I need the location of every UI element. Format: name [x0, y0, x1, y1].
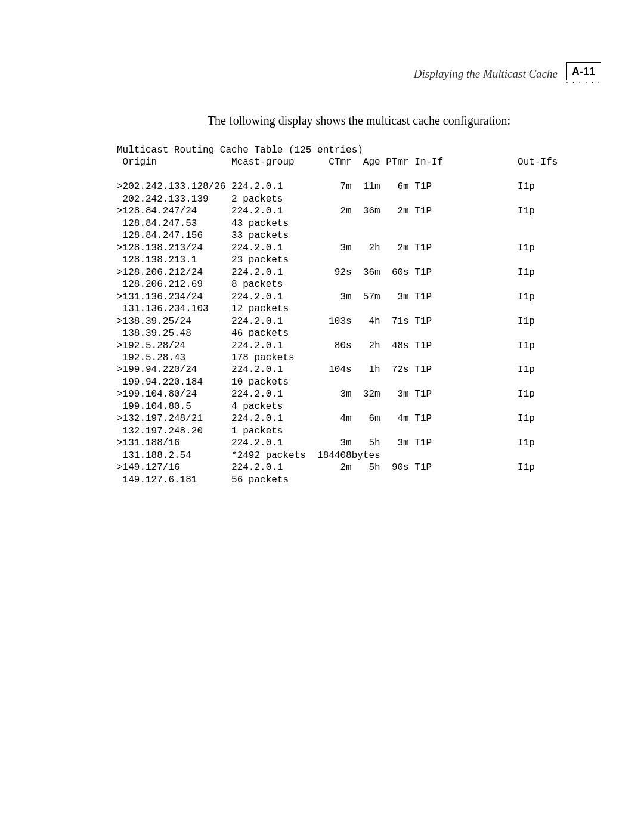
decor-line-left	[566, 62, 567, 80]
decor-dots: · · · · · · ·	[565, 80, 602, 85]
page-number: A-11	[572, 66, 595, 78]
header-title: Displaying the Multicast Cache	[414, 67, 558, 80]
intro-text: The following display shows the multicas…	[117, 114, 601, 128]
page-header: Displaying the Multicast Cache A-11 · · …	[57, 62, 601, 85]
page: Displaying the Multicast Cache A-11 · · …	[0, 0, 644, 833]
decor-line-top	[566, 62, 601, 63]
multicast-cache-output: Multicast Routing Cache Table (125 entri…	[117, 144, 601, 486]
body: The following display shows the multicas…	[57, 114, 601, 486]
page-number-badge: A-11 · · · · · · ·	[566, 62, 601, 85]
